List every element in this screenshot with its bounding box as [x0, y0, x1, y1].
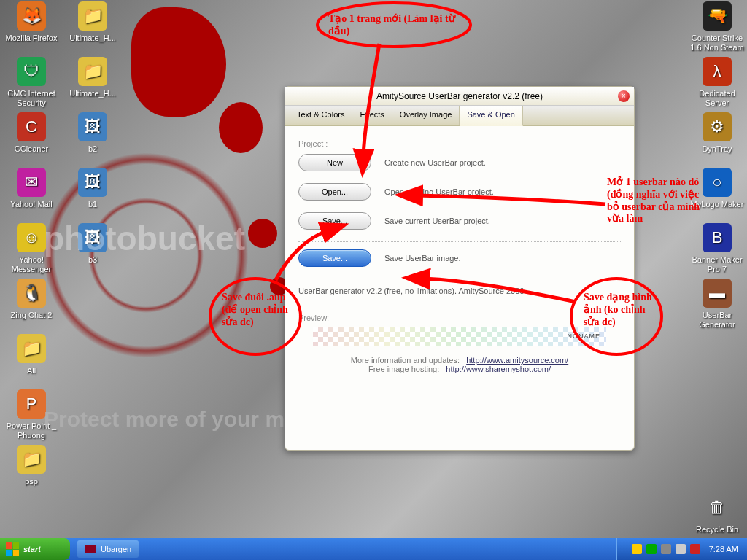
icon-label: Ultimate_H...	[66, 89, 120, 98]
preview-label: Preview:	[298, 314, 621, 322]
desktop-icon[interactable]: 📁Ultimate_H...	[66, 1, 120, 43]
desktop-icon[interactable]: 🖼b3	[66, 223, 120, 265]
icon-label: CCleaner	[4, 144, 58, 154]
app-icon: ✉	[17, 168, 46, 197]
save-open-panel: Project : New Create new UserBar project…	[285, 126, 634, 382]
desktop-icon[interactable]: BBanner Maker Pro 7	[690, 223, 744, 273]
tray-volume-icon[interactable]	[676, 544, 686, 554]
tray-update-icon[interactable]	[646, 544, 657, 554]
desktop-icon[interactable]: 🔫Counter Strike 1.6 Non Steam	[690, 1, 744, 52]
icon-label: CMC Internet Security	[4, 89, 58, 107]
new-button[interactable]: New	[298, 154, 371, 171]
save-image-desc: Save UserBar image.	[384, 254, 461, 262]
app-icon: 📁	[78, 1, 107, 31]
desktop-icon[interactable]: ✉Yahoo! Mail	[4, 168, 58, 209]
userbar-generator-window: AmitySource UserBar generator v2.2 (free…	[285, 86, 635, 451]
icon-label: Zing Chat 2	[4, 311, 58, 320]
system-tray: 7:28 AM	[616, 538, 747, 560]
app-icon: 📁	[17, 334, 46, 363]
icon-label: b1	[66, 200, 120, 209]
clock[interactable]: 7:28 AM	[709, 545, 738, 553]
preview-text: NONAME	[567, 332, 600, 340]
tabstrip: Text & Colors Effects Overlay Image Save…	[285, 106, 634, 126]
icon-label: Recycle Bin	[690, 525, 744, 534]
windows-logo-icon	[6, 542, 19, 556]
save-project-button[interactable]: Save...	[298, 212, 371, 230]
tray-shield-icon[interactable]	[632, 544, 642, 554]
save-image-button[interactable]: Save...	[298, 249, 371, 267]
desktop-icon[interactable]: 🖼b1	[66, 168, 120, 209]
icon-label: All	[4, 366, 58, 376]
open-button[interactable]: Open...	[298, 183, 371, 201]
close-icon[interactable]: ×	[618, 90, 630, 102]
desktop-icon[interactable]: 📁psp	[4, 445, 58, 486]
app-icon: ▬	[703, 279, 732, 308]
icon-label: Yahoo! Mail	[4, 200, 58, 209]
desktop-icon[interactable]: ⚙DynTray	[690, 112, 744, 154]
app-icon: P	[17, 389, 46, 419]
desktop-icon[interactable]: 🦊Mozilla Firefox	[4, 1, 58, 43]
start-button[interactable]: start	[0, 538, 70, 560]
icon-label: DynTray	[690, 144, 744, 154]
tray-app-icon[interactable]	[690, 544, 700, 554]
hosting-link[interactable]: http://www.sharemyshot.com/	[446, 365, 551, 373]
desktop-icon[interactable]: ☺Yahoo! Messenger	[4, 223, 58, 273]
app-icon: C	[17, 112, 46, 141]
new-desc: Create new UserBar project.	[384, 158, 486, 167]
icon-label: Power Point _ Phuong	[4, 421, 58, 440]
taskbar-app-icon	[85, 545, 96, 553]
app-icon: ☺	[17, 223, 46, 252]
app-icon: 📁	[17, 445, 46, 474]
app-icon: 🔫	[703, 1, 732, 31]
tab-save-open[interactable]: Save & Open	[460, 106, 522, 126]
desktop-icon[interactable]: 🗑Recycle Bin	[690, 493, 744, 534]
project-label: Project :	[298, 139, 621, 148]
icon-label: UserBar Generator	[690, 311, 744, 329]
userbar-preview: NONAME	[313, 327, 606, 346]
app-icon: 🗑	[703, 493, 732, 522]
window-titlebar: AmitySource UserBar generator v2.2 (free…	[285, 87, 634, 106]
desktop-icon[interactable]: 🐧Zing Chat 2	[4, 279, 58, 320]
icon-label: psp	[4, 477, 58, 486]
desktop-icon[interactable]: λDedicated Server	[690, 57, 744, 107]
app-icon: 🖼	[78, 168, 107, 197]
app-icon: B	[703, 223, 732, 252]
desktop-icon[interactable]: 🛡CMC Internet Security	[4, 57, 58, 107]
app-icon: 🛡	[17, 57, 46, 86]
taskbar-item-ubargen[interactable]: Ubargen	[77, 540, 139, 558]
icon-label: Ultimate_H...	[66, 34, 120, 43]
app-icon: ⚙	[703, 112, 732, 141]
window-title: AmitySource UserBar generator v2.2 (free…	[376, 91, 543, 101]
desktop-icon[interactable]: ○MyLogo Maker	[690, 168, 744, 209]
save-desc: Save current UserBar project.	[384, 217, 490, 225]
icon-label: b3	[66, 255, 120, 265]
icon-label: Banner Maker Pro 7	[690, 255, 744, 273]
icon-label: MyLogo Maker	[690, 200, 744, 209]
icon-label: b2	[66, 144, 120, 154]
app-icon: 📁	[78, 57, 107, 86]
desktop-icon[interactable]: PPower Point _ Phuong	[4, 389, 58, 440]
app-icon: ○	[703, 168, 732, 197]
app-icon: λ	[703, 57, 732, 86]
desktop-icon[interactable]: 🖼b2	[66, 112, 120, 154]
desktop-icon[interactable]: 📁All	[4, 334, 58, 376]
app-icon: 🖼	[78, 223, 107, 252]
icon-label: Counter Strike 1.6 Non Steam	[690, 34, 744, 52]
app-icon: 🦊	[17, 1, 46, 31]
desktop-icon[interactable]: ▬UserBar Generator	[690, 279, 744, 329]
svg-point-0	[317, 3, 471, 47]
tray-network-icon[interactable]	[661, 544, 671, 554]
app-icon: 🐧	[17, 279, 46, 308]
info-link[interactable]: http://www.amitysource.com/	[466, 356, 568, 365]
about-text: UserBar generator v2.2 (free, no limitat…	[298, 287, 621, 295]
tab-text-colors[interactable]: Text & Colors	[290, 106, 352, 125]
tab-effects[interactable]: Effects	[352, 106, 392, 125]
app-icon: 🖼	[78, 112, 107, 141]
icon-label: Mozilla Firefox	[4, 34, 58, 43]
tab-overlay-image[interactable]: Overlay Image	[392, 106, 460, 125]
open-desc: Open existing UserBar project.	[384, 187, 494, 196]
desktop-icon[interactable]: 📁Ultimate_H...	[66, 57, 120, 98]
icon-label: Yahoo! Messenger	[4, 255, 58, 273]
footer-links: More information and updates: http://www…	[298, 356, 621, 373]
desktop-icon[interactable]: CCCleaner	[4, 112, 58, 154]
